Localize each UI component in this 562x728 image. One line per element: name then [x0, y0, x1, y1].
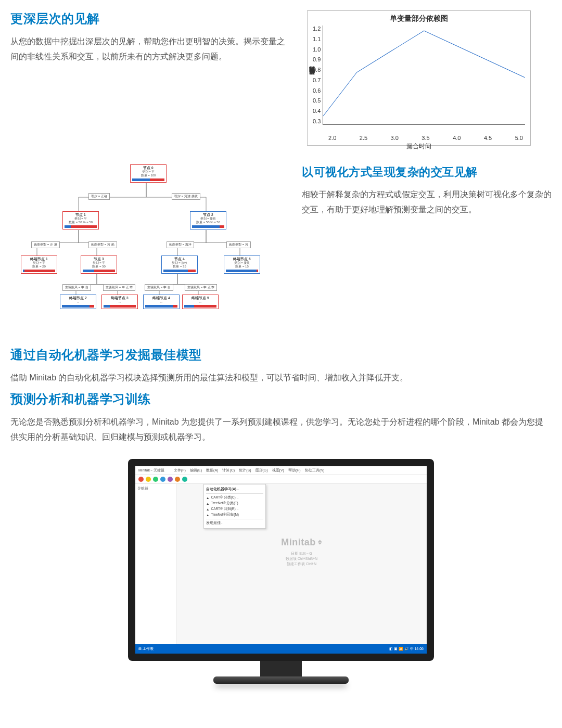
tree-split-label: 主驱航风 = 中 自: [145, 284, 173, 291]
minitab-logo-icon: [318, 540, 322, 544]
dropdown-item[interactable]: ▲CART® 分类(C)...: [206, 495, 263, 501]
toolbar-icon[interactable]: [182, 477, 187, 482]
tree-icon: ▲: [206, 513, 209, 517]
menu-item[interactable]: 帮助(H): [288, 468, 301, 473]
tree-split-label: 主驱航风 = 中 自: [62, 284, 91, 291]
welcome-shortcut: 数据项 Ctrl+Shift+N: [281, 556, 322, 561]
minitab-logo: Minitab: [281, 537, 322, 547]
menu-item[interactable]: 数据(A): [206, 468, 218, 473]
tree-node: 终端节点 4...: [143, 295, 180, 309]
tree-split-label: 主驱航风 = 中 正 本: [185, 284, 217, 291]
tree-icon: ▲: [206, 507, 209, 511]
dropdown-item[interactable]: ▲TreeNet® 分类(T): [206, 501, 263, 506]
toolbar-icon[interactable]: [138, 477, 144, 482]
taskbar-tray[interactable]: ◧ ▣ 📶 🔊 中 14:06: [389, 646, 424, 652]
tree-node: 节点 0类别 = 平数量 = 100: [130, 164, 167, 183]
tree-node: 终端节点 5...: [182, 295, 219, 309]
tree-node: 终端节点 3...: [101, 295, 138, 309]
welcome-shortcut: 日期 Edit→G: [281, 551, 322, 556]
chart-y-ticks: 1.21.11.00.90.80.70.60.50.40.3: [313, 25, 323, 124]
monitor-stand-neck: [260, 661, 302, 676]
chart-y-axis-label: 可靠等的制品接收 的拟合率对数几率: [308, 77, 316, 79]
section2-title: 以可视化方式呈现复杂的交互见解: [302, 164, 552, 180]
section3-title: 通过自动化机器学习发掘最佳模型: [10, 347, 552, 363]
app-title: Minitab - 无标题: [138, 468, 164, 473]
tree-split-label: 购商类型 = 海洋: [167, 241, 194, 248]
chart-x-ticks: 2.02.53.03.54.04.55.0: [328, 135, 523, 141]
decision-tree-diagram: 节点 0类别 = 平数量 = 100节点 1类别 = 平数量 = 50 % = …: [10, 164, 286, 321]
toolbar-icon[interactable]: [168, 477, 173, 482]
tree-split-label: 购商类型 = 正 港: [31, 241, 60, 248]
section1-body: 从您的数据中挖掘出深层次的见解，帮助您作出更明智的决策。揭示变量之间的非线性关系…: [10, 34, 291, 65]
menu-item[interactable]: 图形(G): [256, 468, 268, 473]
app-main-canvas: 自动化机器学习(A)...▲CART® 分类(C)...▲TreeNet® 分类…: [176, 484, 427, 644]
toolbar-icon[interactable]: [160, 477, 165, 482]
toolbar-icon[interactable]: [175, 477, 180, 482]
menu-item[interactable]: 协助工具(N): [305, 468, 325, 473]
taskbar-left[interactable]: ⊞ 工作表: [138, 646, 154, 652]
welcome-shortcut: 新建工作表 Ctrl+N: [281, 561, 322, 566]
menu-item[interactable]: 计算(C): [222, 468, 235, 473]
partial-dependence-chart: 单变量部分依赖图 可靠等的制品接收 的拟合率对数几率 1.21.11.00.90…: [307, 10, 531, 146]
menu-item[interactable]: 统计(S): [239, 468, 251, 473]
section2-body: 相较于解释复杂的方程式或假定交互，利用决策树可视化多个复杂的交互，有助于更好地理…: [302, 187, 552, 218]
tree-split-label: 理尔 = 正确: [88, 193, 110, 200]
tree-split-label: 主驱航风 = 中 正 本: [103, 284, 135, 291]
section4-body: 无论您是否熟悉预测分析和机器学习，Minitab 为您提供了一系列预测建模课程，…: [10, 415, 552, 445]
tree-node: 终端节点 6类别 = 接收数量 = 15: [224, 256, 260, 274]
monitor-stand-base: [213, 676, 349, 684]
tree-split-label: 购商类型 = 河: [226, 241, 251, 248]
predictive-menu-dropdown[interactable]: 自动化机器学习(A)...▲CART® 分类(C)...▲TreeNet® 分类…: [203, 484, 266, 529]
menu-item[interactable]: 文件(F): [174, 468, 186, 473]
tree-node: 终端节点 2...: [60, 295, 96, 309]
chart-x-axis-label: 漏合时间: [313, 142, 525, 151]
tree-split-label: 购商类型 = 河 船: [88, 241, 117, 248]
section3-body: 借助 Minitab 的自动化机器学习模块选择预测所用的最佳算法和模型，可以节省…: [10, 371, 552, 386]
menu-item[interactable]: 视图(V): [272, 468, 284, 473]
dropdown-header[interactable]: 自动化机器学习(A)...: [206, 487, 263, 492]
tree-node: 节点 1类别 = 平数量 = 50 % = 50: [62, 211, 99, 229]
monitor-frame: Minitab - 无标题文件(F)编辑(E)数据(A)计算(C)统计(S)图形…: [128, 459, 434, 661]
toolbar-icon[interactable]: [153, 477, 158, 482]
dropdown-item[interactable]: ▲TreeNet® 回归(M): [206, 512, 263, 518]
toolbar-icon[interactable]: [146, 477, 151, 482]
app-navigator-panel: 导航器: [135, 484, 176, 644]
windows-taskbar[interactable]: ⊞ 工作表 ◧ ▣ 📶 🔊 中 14:06: [135, 644, 427, 654]
tree-node: 节点 3类别 = 平数量 = 30: [81, 256, 117, 274]
chart-title: 单变量部分依赖图: [313, 14, 525, 23]
tree-icon: ▲: [206, 502, 209, 505]
tree-node: 节点 4类别 = 接收数量 = 35: [161, 256, 198, 274]
dropdown-footer[interactable]: 发现最佳...: [206, 520, 263, 526]
dropdown-item[interactable]: ▲CART® 回归(R)...: [206, 506, 263, 512]
app-menubar: Minitab - 无标题文件(F)编辑(E)数据(A)计算(C)统计(S)图形…: [135, 466, 427, 475]
tree-node: 终端节点 1类别 = 平数量 = 20: [21, 256, 57, 274]
tree-icon: ▲: [206, 496, 209, 500]
section1-title: 更深层次的见解: [10, 10, 291, 27]
tree-node: 节点 2类别 = 接收数量 = 50 % = 50: [190, 211, 226, 229]
section4-title: 预测分析和机器学习训练: [10, 391, 552, 407]
app-toolbar: [135, 475, 427, 484]
tree-split-label: 理尔 = 河洁 接收: [172, 193, 200, 200]
menu-item[interactable]: 编辑(E): [190, 468, 202, 473]
